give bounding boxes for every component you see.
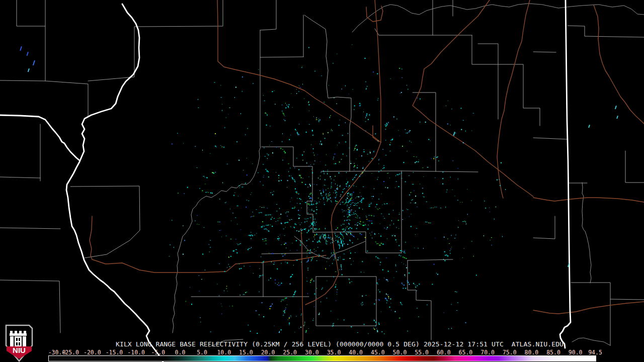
distant-echo	[33, 60, 35, 65]
county-borders-layer	[0, 0, 644, 347]
niu-logo-text: NIU	[13, 346, 26, 354]
niu-logo: NIU	[3, 324, 35, 362]
roads-layer	[90, 0, 644, 341]
distant-echo	[453, 132, 455, 136]
distant-echo	[615, 106, 617, 109]
distant-echo	[20, 46, 22, 51]
distant-echo	[28, 68, 30, 72]
reflectivity-echoes-layer	[20, 44, 618, 334]
distant-echo	[27, 52, 29, 56]
distant-echo	[616, 116, 618, 119]
radar-map	[0, 0, 644, 362]
product-caption: KILX LONG RANGE BASE REFLECTIVITY (0.25K…	[116, 340, 564, 348]
radar-product-view: KILX LONG RANGE BASE REFLECTIVITY (0.25K…	[0, 0, 644, 362]
distant-echo	[588, 125, 590, 128]
